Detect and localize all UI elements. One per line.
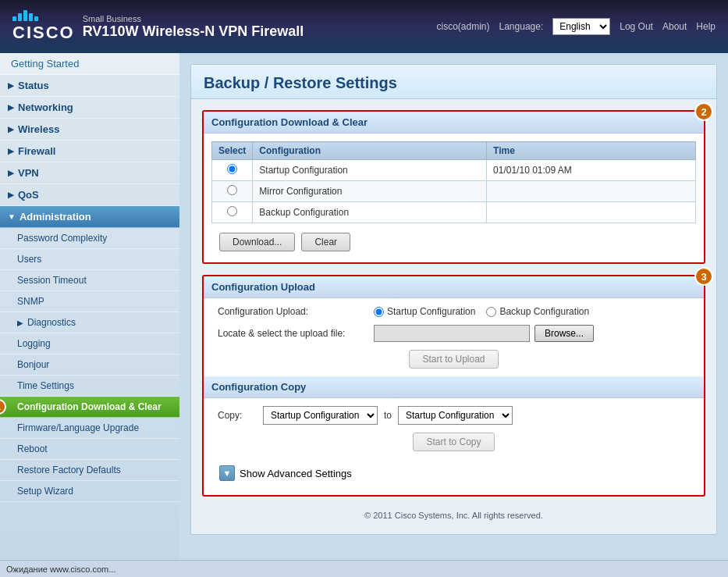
about-link[interactable]: About: [662, 21, 687, 32]
copy-label: Copy:: [218, 410, 257, 421]
sidebar-item-label: Users: [17, 254, 41, 265]
config-name-mirror: Mirror Configuration: [253, 181, 487, 202]
config-time-startup: 01/01/10 01:09 AM: [487, 160, 696, 181]
sidebar-item-label: Networking: [18, 102, 73, 113]
sidebar-item-wireless[interactable]: ▶ Wireless: [0, 119, 179, 141]
arrow-icon: ▶: [8, 169, 14, 177]
radio-backup[interactable]: [227, 206, 237, 216]
upload-startup-radio[interactable]: [374, 307, 384, 317]
badge-2: 2: [694, 102, 713, 121]
config-time-backup: [487, 202, 696, 223]
sidebar-item-bonjour[interactable]: Bonjour: [0, 354, 179, 376]
page-title: Backup / Restore Settings: [191, 65, 716, 99]
locate-file-label: Locate & select the upload file:: [218, 328, 374, 339]
upload-startup-label: Startup Configuration: [387, 306, 475, 317]
radio-startup[interactable]: [227, 164, 237, 174]
logout-link[interactable]: Log Out: [620, 21, 653, 32]
cisco-bar5: [34, 16, 38, 21]
upload-radio-startup[interactable]: Startup Configuration: [374, 306, 475, 317]
radio-mirror[interactable]: [227, 185, 237, 195]
sidebar-item-label: Wireless: [18, 123, 59, 135]
sidebar-item-label: Configuration Download & Clear: [17, 401, 162, 412]
sidebar-item-label: Getting Started: [11, 58, 79, 69]
sidebar-item-users[interactable]: Users: [0, 249, 179, 270]
config-name-startup: Startup Configuration: [253, 160, 487, 181]
start-copy-button[interactable]: Start to Copy: [413, 433, 494, 451]
cisco-logo: CISCO: [12, 10, 75, 43]
upload-type-row: Configuration Upload: Startup Configurat…: [211, 306, 696, 317]
section-download-clear: Configuration Download & Clear Select Co…: [202, 110, 705, 264]
sidebar-item-diagnostics[interactable]: ▶ Diagnostics: [0, 312, 179, 333]
file-input-area: Browse...: [374, 325, 594, 342]
upload-backup-label: Backup Configuration: [499, 306, 589, 317]
sidebar-item-backup-restore[interactable]: Configuration Download & Clear 1: [0, 397, 179, 418]
sidebar-item-getting-started[interactable]: Getting Started: [0, 53, 179, 75]
copy-from-select[interactable]: Startup Configuration Backup Configurati…: [263, 406, 378, 425]
upload-header: Configuration Upload: [204, 276, 704, 298]
sidebar-item-vpn[interactable]: ▶ VPN: [0, 162, 179, 184]
sidebar-item-logging[interactable]: Logging: [0, 333, 179, 354]
upload-radio-backup[interactable]: Backup Configuration: [486, 306, 589, 317]
start-copy-row: Start to Copy: [211, 433, 696, 451]
help-link[interactable]: Help: [696, 21, 716, 32]
sidebar-item-qos[interactable]: ▶ QoS: [0, 184, 179, 206]
sidebar-item-firmware[interactable]: Firmware/Language Upgrade: [0, 418, 179, 439]
radio-cell-3[interactable]: [212, 202, 253, 223]
badge-1: 1: [0, 399, 6, 415]
arrow-icon: ▶: [8, 147, 14, 155]
start-upload-row: Start to Upload: [211, 350, 696, 369]
config-table: Select Configuration Time Start: [211, 141, 696, 223]
sidebar-item-session-timeout[interactable]: Session Timeout: [0, 270, 179, 291]
upload-radio-group: Startup Configuration Backup Configurati…: [374, 306, 589, 317]
radio-cell-2[interactable]: [212, 181, 253, 202]
sidebar-item-networking[interactable]: ▶ Networking: [0, 97, 179, 119]
sidebar-item-label: Time Settings: [17, 380, 74, 391]
badge-3: 3: [694, 267, 713, 286]
cisco-bars-icon: [12, 10, 75, 21]
logo-area: CISCO Small Business RV110W Wireless-N V…: [12, 10, 304, 43]
cisco-brand-text: CISCO: [12, 23, 75, 43]
download-button[interactable]: Download...: [219, 233, 295, 251]
advanced-settings-row[interactable]: ▼ Show Advanced Settings: [211, 459, 696, 487]
sidebar-item-status[interactable]: ▶ Status: [0, 75, 179, 97]
sidebar-item-label: Bonjour: [17, 359, 49, 370]
sidebar-item-password-complexity[interactable]: Password Complexity: [0, 228, 179, 249]
file-path-input[interactable]: [374, 325, 530, 342]
language-label: Language:: [499, 21, 544, 32]
browse-button[interactable]: Browse...: [534, 325, 594, 342]
table-row: Mirror Configuration: [212, 181, 696, 202]
language-select[interactable]: English French Spanish: [552, 18, 610, 35]
sidebar-item-reboot[interactable]: Reboot: [0, 439, 179, 460]
small-business-label: Small Business: [83, 14, 304, 23]
arrow-icon: ▶: [8, 103, 14, 112]
sidebar-item-label: Diagnostics: [27, 317, 76, 328]
chevron-down-icon: ▼: [219, 465, 235, 481]
start-upload-button[interactable]: Start to Upload: [409, 350, 498, 369]
sidebar-item-firewall[interactable]: ▶ Firewall: [0, 141, 179, 162]
clear-button[interactable]: Clear: [301, 233, 350, 251]
radio-cell-1[interactable]: [212, 160, 253, 181]
copy-to-select[interactable]: Startup Configuration Backup Configurati…: [398, 406, 513, 425]
download-clear-buttons: Download... Clear: [211, 230, 696, 255]
status-text: Ожидание www.cisco.com...: [6, 565, 115, 574]
sidebar-item-label: Logging: [17, 338, 51, 349]
arrow-icon: ▶: [17, 319, 23, 327]
sidebar-item-setup-wizard[interactable]: Setup Wizard: [0, 481, 179, 502]
content-body: Configuration Download & Clear Select Co…: [191, 99, 716, 534]
sidebar-item-snmp[interactable]: SNMP: [0, 291, 179, 312]
sidebar-item-label: Password Complexity: [17, 233, 107, 244]
status-bar: Ожидание www.cisco.com...: [0, 560, 728, 577]
product-name-label: RV110W Wireless-N VPN Firewall: [83, 23, 304, 40]
arrow-icon: ▶: [8, 81, 14, 90]
upload-copy-box: Configuration Upload Configuration Uploa…: [202, 275, 705, 497]
copy-header: Configuration Copy: [204, 376, 704, 398]
cisco-bar4: [29, 13, 33, 21]
advanced-settings-label: Show Advanced Settings: [240, 468, 352, 479]
upload-backup-radio[interactable]: [486, 307, 496, 317]
sidebar-item-administration[interactable]: ▼ Administration: [0, 206, 179, 228]
sidebar-item-label: SNMP: [17, 296, 44, 307]
sidebar-item-time-settings[interactable]: Time Settings: [0, 376, 179, 397]
sidebar-item-restore-factory[interactable]: Restore Factory Defaults: [0, 460, 179, 481]
section-upload-copy: Configuration Upload Configuration Uploa…: [202, 275, 705, 497]
header-titles: Small Business RV110W Wireless-N VPN Fir…: [83, 14, 304, 40]
